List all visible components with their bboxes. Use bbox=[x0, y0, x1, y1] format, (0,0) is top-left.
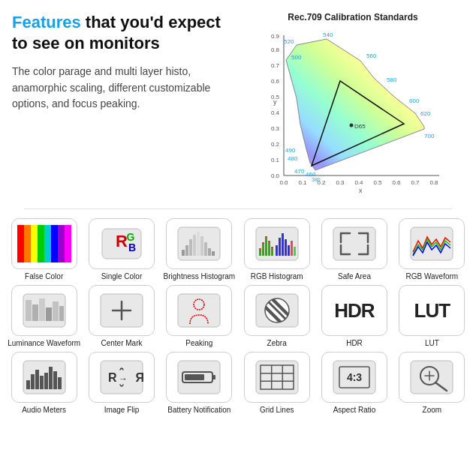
feature-brightness-histogram[interactable]: Brightness Histogram bbox=[163, 218, 236, 280]
false-color-icon bbox=[17, 225, 71, 262]
svg-text:0.1: 0.1 bbox=[271, 157, 280, 164]
svg-text:0.2: 0.2 bbox=[271, 141, 280, 148]
svg-rect-84 bbox=[39, 298, 45, 321]
hdr-icon-box: HDR bbox=[321, 285, 387, 336]
svg-text:0.8: 0.8 bbox=[271, 46, 280, 53]
feature-rgb-waveform[interactable]: RGB Waveform bbox=[396, 218, 468, 280]
svg-text:→: → bbox=[119, 374, 128, 384]
feature-zoom[interactable]: Zoom bbox=[396, 352, 468, 414]
svg-text:0.6: 0.6 bbox=[392, 179, 401, 186]
audio-meters-icon bbox=[22, 359, 67, 395]
feature-center-mark[interactable]: Center Mark bbox=[85, 285, 158, 347]
single-color-icon: R G B bbox=[99, 226, 144, 262]
feature-grid-lines[interactable]: Grid Lines bbox=[240, 352, 313, 414]
aspect-ratio-icon: 4:3 bbox=[332, 359, 377, 395]
chart-title: Rec.709 Calibration Standards bbox=[288, 12, 417, 22]
feature-peaking[interactable]: Peaking bbox=[163, 285, 236, 347]
luminance-waveform-icon bbox=[22, 292, 67, 328]
svg-text:0.1: 0.1 bbox=[298, 179, 307, 186]
battery-notification-label: Battery Notification bbox=[167, 406, 230, 414]
feature-aspect-ratio[interactable]: 4:3 Aspect Ratio bbox=[318, 352, 390, 414]
feature-false-color[interactable]: False Color bbox=[8, 218, 80, 280]
zoom-icon bbox=[409, 359, 454, 395]
svg-text:R: R bbox=[135, 371, 144, 384]
svg-text:0.0: 0.0 bbox=[279, 179, 288, 186]
svg-text:B: B bbox=[128, 242, 136, 254]
svg-point-37 bbox=[350, 124, 354, 128]
aspect-ratio-label: Aspect Ratio bbox=[333, 406, 376, 414]
svg-text:470: 470 bbox=[294, 168, 305, 175]
headline-block: Features that you'd expect to see on mon… bbox=[12, 12, 234, 198]
brightness-histogram-icon bbox=[176, 226, 221, 262]
hdr-text: HDR bbox=[334, 299, 374, 322]
svg-rect-109 bbox=[58, 377, 62, 389]
svg-rect-56 bbox=[197, 232, 200, 256]
svg-rect-52 bbox=[182, 250, 185, 256]
svg-rect-76 bbox=[288, 245, 290, 256]
svg-rect-87 bbox=[59, 306, 64, 321]
svg-text:580: 580 bbox=[387, 76, 397, 83]
false-color-label: False Color bbox=[25, 272, 63, 280]
svg-text:y: y bbox=[273, 98, 277, 106]
svg-text:D65: D65 bbox=[354, 123, 366, 130]
peaking-icon bbox=[176, 292, 221, 328]
rgb-histogram-label: RGB Histogram bbox=[251, 272, 303, 280]
svg-rect-77 bbox=[291, 241, 293, 256]
svg-rect-73 bbox=[279, 238, 281, 256]
svg-text:560: 560 bbox=[366, 52, 377, 59]
zebra-label: Zebra bbox=[267, 339, 287, 347]
svg-rect-55 bbox=[193, 235, 196, 256]
svg-rect-44 bbox=[51, 225, 58, 262]
svg-rect-53 bbox=[185, 245, 188, 256]
battery-notification-icon bbox=[176, 359, 221, 395]
features-word: Features bbox=[12, 13, 81, 32]
feature-image-flip[interactable]: R → R Image Flip bbox=[85, 352, 158, 414]
svg-text:R: R bbox=[108, 371, 117, 384]
svg-text:0.4: 0.4 bbox=[354, 179, 363, 186]
svg-rect-75 bbox=[285, 239, 287, 256]
image-flip-icon-box: R → R bbox=[89, 352, 155, 403]
svg-rect-70 bbox=[268, 242, 270, 256]
svg-rect-41 bbox=[31, 225, 38, 262]
safe-area-icon bbox=[332, 226, 377, 262]
feature-safe-area[interactable]: Safe Area bbox=[318, 218, 390, 280]
svg-rect-46 bbox=[65, 225, 71, 262]
brightness-histogram-label: Brightness Histogram bbox=[164, 272, 236, 280]
svg-rect-91 bbox=[178, 294, 220, 327]
lut-icon-box: LUT bbox=[399, 285, 465, 336]
svg-rect-68 bbox=[262, 244, 264, 256]
svg-text:x: x bbox=[359, 187, 363, 194]
feature-luminance-waveform[interactable]: Luminance Waveform bbox=[8, 285, 80, 347]
luminance-waveform-label: Luminance Waveform bbox=[8, 339, 80, 347]
svg-rect-108 bbox=[53, 371, 57, 389]
feature-lut[interactable]: LUT LUT bbox=[396, 285, 468, 347]
feature-hdr[interactable]: HDR HDR bbox=[318, 285, 390, 347]
svg-text:600: 600 bbox=[409, 98, 420, 104]
svg-rect-54 bbox=[189, 239, 192, 256]
top-section: Features that you'd expect to see on mon… bbox=[0, 0, 476, 206]
feature-zebra[interactable]: Zebra bbox=[240, 285, 313, 347]
zoom-icon-box bbox=[399, 352, 465, 403]
image-flip-label: Image Flip bbox=[104, 406, 140, 414]
zebra-icon bbox=[255, 292, 300, 328]
svg-rect-72 bbox=[276, 245, 278, 256]
svg-rect-105 bbox=[40, 376, 44, 389]
svg-rect-85 bbox=[46, 308, 52, 321]
features-grid: False Color R G B Single Color bbox=[0, 212, 476, 420]
svg-rect-127 bbox=[411, 361, 453, 394]
svg-text:620: 620 bbox=[420, 110, 431, 117]
svg-rect-74 bbox=[282, 233, 284, 256]
image-flip-icon: R → R bbox=[99, 359, 144, 395]
feature-rgb-histogram[interactable]: RGB Histogram bbox=[240, 218, 313, 280]
svg-rect-102 bbox=[26, 380, 30, 389]
feature-single-color[interactable]: R G B Single Color bbox=[85, 218, 158, 280]
svg-text:0.8: 0.8 bbox=[429, 179, 438, 186]
battery-notification-icon-box bbox=[166, 352, 232, 403]
feature-battery-notification[interactable]: Battery Notification bbox=[163, 352, 236, 414]
feature-audio-meters[interactable]: Audio Meters bbox=[8, 352, 80, 414]
lut-label: LUT bbox=[425, 339, 439, 347]
peaking-label: Peaking bbox=[185, 339, 212, 347]
svg-text:480: 480 bbox=[288, 155, 298, 162]
grid-lines-icon-box bbox=[244, 352, 310, 403]
description: The color parage and multi layer histo, … bbox=[12, 64, 234, 112]
